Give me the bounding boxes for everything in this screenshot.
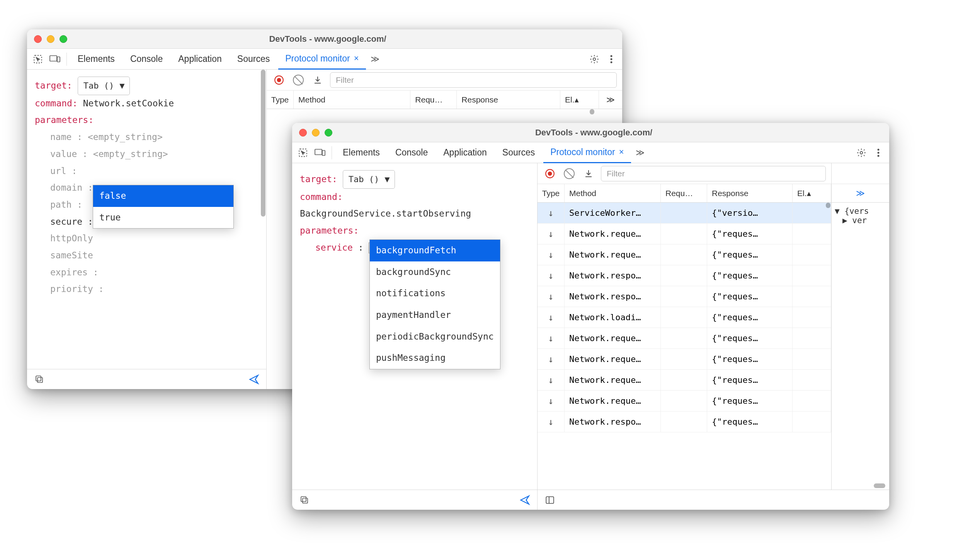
col-elapsed[interactable]: El.▴ (793, 184, 831, 202)
inspect-icon[interactable] (30, 51, 46, 67)
col-more[interactable]: ≫ (599, 90, 622, 109)
col-elapsed[interactable]: El.▴ (560, 90, 599, 109)
param-val[interactable]: <empty_string> (93, 149, 168, 159)
more-tabs-icon[interactable]: ≫ (633, 145, 648, 160)
col-type[interactable]: Type (538, 184, 565, 202)
col-request[interactable]: Requ… (661, 184, 707, 202)
cell-elapsed (793, 286, 831, 307)
inspect-icon[interactable] (295, 145, 311, 160)
record-icon[interactable] (272, 73, 286, 87)
more-tabs-icon[interactable]: ≫ (368, 51, 383, 67)
close-tab-icon[interactable]: × (354, 53, 359, 63)
tab-elements[interactable]: Elements (71, 49, 122, 70)
cell-response: {"reques… (707, 286, 793, 307)
tab-application[interactable]: Application (436, 142, 494, 163)
param-key[interactable]: httpOnly (50, 233, 93, 243)
col-method[interactable]: Method (565, 184, 661, 202)
col-type[interactable]: Type (267, 90, 294, 109)
param-key[interactable]: priority (50, 284, 93, 294)
param-key[interactable]: secure (50, 217, 82, 227)
col-response[interactable]: Response (707, 184, 793, 202)
table-row[interactable]: ↓Network.respo…{"reques… (538, 411, 831, 432)
table-row[interactable]: ↓Network.reque…{"reques… (538, 370, 831, 391)
tab-protocol-monitor[interactable]: Protocol monitor × (278, 49, 366, 70)
param-key[interactable]: url (50, 166, 66, 176)
param-key[interactable]: value (50, 149, 77, 159)
table-row[interactable]: ↓ServiceWorker…{"versio… (538, 203, 831, 224)
json-child[interactable]: ver (852, 216, 867, 225)
filter-input[interactable] (601, 166, 826, 181)
toggle-side-pane-icon[interactable] (543, 493, 557, 507)
side-more-tabs[interactable]: ≫ (832, 184, 889, 203)
param-key[interactable]: expires (50, 267, 88, 277)
dropdown-option[interactable]: periodicBackgroundSync (370, 326, 500, 348)
scrollbar-thumb[interactable] (826, 203, 830, 208)
tab-console[interactable]: Console (388, 142, 435, 163)
json-root[interactable]: {vers (844, 207, 869, 216)
dropdown-option[interactable]: pushMessaging (370, 347, 500, 369)
send-icon[interactable] (518, 493, 532, 507)
table-row[interactable]: ↓Network.reque…{"reques… (538, 244, 831, 265)
param-key[interactable]: path (50, 200, 71, 210)
clear-icon[interactable] (562, 167, 576, 181)
gear-icon[interactable] (587, 51, 602, 67)
scrollbar-thumb-h[interactable] (874, 483, 885, 488)
tab-application[interactable]: Application (171, 49, 229, 70)
table-row[interactable]: ↓Network.respo…{"reques… (538, 286, 831, 307)
table-row[interactable]: ↓Network.reque…{"reques… (538, 391, 831, 411)
svg-rect-1 (50, 56, 57, 61)
param-val[interactable]: <empty_string> (88, 132, 163, 142)
gear-icon[interactable] (854, 145, 869, 160)
svg-rect-8 (36, 376, 41, 381)
copy-icon[interactable] (32, 372, 46, 386)
send-icon[interactable] (247, 372, 261, 386)
download-icon[interactable] (311, 73, 325, 87)
kebab-icon[interactable] (871, 145, 886, 160)
dropdown-option[interactable]: backgroundSync (370, 261, 500, 283)
clear-icon[interactable] (291, 73, 305, 87)
autocomplete-dropdown[interactable]: false true (93, 185, 234, 229)
command-value[interactable]: BackgroundService.startObserving (300, 208, 471, 219)
device-icon[interactable] (312, 145, 328, 160)
copy-icon[interactable] (298, 493, 311, 507)
dropdown-option[interactable]: backgroundFetch (370, 240, 500, 261)
command-value[interactable]: Network.setCookie (83, 98, 174, 108)
editor-area[interactable]: target: Tab () ▼ command: Network.setCoo… (27, 70, 266, 369)
target-select[interactable]: Tab () ▼ (343, 170, 395, 189)
param-key[interactable]: sameSite (50, 250, 93, 260)
table-row[interactable]: ↓Network.respo…{"reques… (538, 265, 831, 286)
col-method[interactable]: Method (294, 90, 410, 109)
cell-response: {"reques… (707, 307, 793, 328)
scrollbar-thumb[interactable] (590, 109, 594, 114)
filter-input[interactable] (330, 72, 617, 88)
target-select[interactable]: Tab () ▼ (78, 77, 130, 95)
side-content[interactable]: ▼ {vers ▶ ver (832, 203, 889, 482)
tab-console[interactable]: Console (123, 49, 170, 70)
table-row[interactable]: ↓Network.reque…{"reques… (538, 349, 831, 370)
param-key[interactable]: service (315, 242, 353, 253)
editor-area[interactable]: target: Tab () ▼ command: BackgroundServ… (292, 163, 537, 490)
record-icon[interactable] (543, 167, 557, 181)
scrollbar-thumb[interactable] (261, 70, 265, 217)
download-icon[interactable] (582, 167, 595, 181)
tab-sources[interactable]: Sources (495, 142, 542, 163)
autocomplete-dropdown[interactable]: backgroundFetch backgroundSync notificat… (369, 239, 500, 369)
close-tab-icon[interactable]: × (619, 147, 624, 157)
tab-elements[interactable]: Elements (336, 142, 387, 163)
param-key[interactable]: name (50, 132, 71, 142)
cell-response: {"reques… (707, 244, 793, 265)
device-icon[interactable] (47, 51, 63, 67)
kebab-icon[interactable] (604, 51, 619, 67)
col-response[interactable]: Response (457, 90, 560, 109)
tab-sources[interactable]: Sources (230, 49, 277, 70)
dropdown-option[interactable]: false (93, 185, 233, 207)
table-row[interactable]: ↓Network.reque…{"reques… (538, 224, 831, 244)
dropdown-option[interactable]: true (93, 207, 233, 229)
param-key[interactable]: domain (50, 183, 82, 193)
col-request[interactable]: Requ… (410, 90, 457, 109)
dropdown-option[interactable]: paymentHandler (370, 304, 500, 326)
table-row[interactable]: ↓Network.reque…{"reques… (538, 328, 831, 349)
table-row[interactable]: ↓Network.loadi…{"reques… (538, 307, 831, 328)
dropdown-option[interactable]: notifications (370, 283, 500, 304)
tab-protocol-monitor[interactable]: Protocol monitor × (543, 142, 631, 163)
